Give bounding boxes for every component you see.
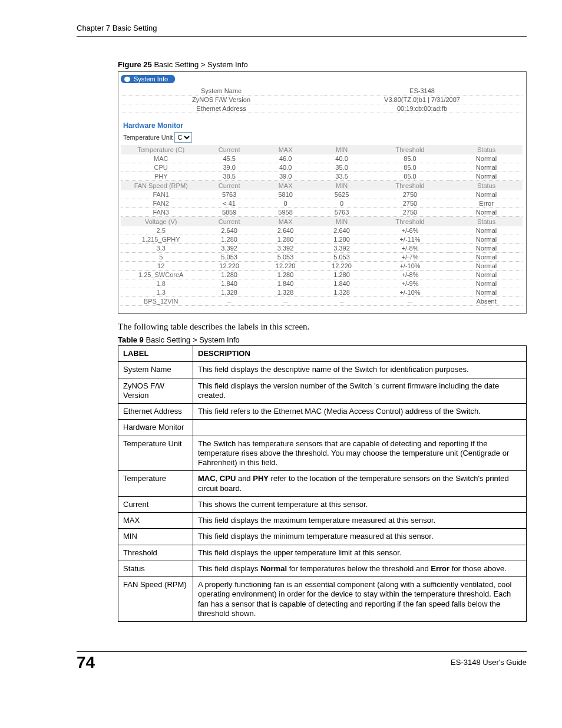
- desc-row: CurrentThis shows the current temperatur…: [118, 496, 527, 512]
- fan-max: 5810: [257, 190, 313, 199]
- fan-col-threshold: Threshold: [370, 181, 450, 191]
- volt-name: 2.5: [121, 226, 201, 235]
- volt-name: 1.25_SWCoreA: [121, 271, 201, 279]
- hardware-monitor-title: Hardware Monitor: [123, 121, 523, 130]
- volt-row: 1.215_GPHY1.2801.2801.280+/-11%Normal: [121, 235, 523, 244]
- desc-text: This field displays the descriptive name…: [193, 362, 527, 378]
- temp-row: PHY38.539.033.585.0Normal: [121, 172, 523, 181]
- desc-text: This field displays the minimum temperat…: [193, 529, 527, 545]
- desc-label: System Name: [118, 362, 193, 378]
- volt-status: Normal: [450, 244, 523, 253]
- volt-status: Normal: [450, 226, 523, 235]
- desc-text: A properly functioning fan is an essenti…: [193, 577, 527, 622]
- page-number: 74: [77, 653, 95, 672]
- volt-name: 12: [121, 262, 201, 271]
- figure-title: Basic Setting > System Info: [152, 60, 248, 69]
- intro-text: The following table describes the labels…: [118, 322, 527, 332]
- volt-threshold: +/-10%: [370, 262, 450, 271]
- volt-current: 5.053: [201, 253, 257, 262]
- temp-col-name: Temperature (C): [121, 145, 201, 154]
- volt-status: Normal: [450, 288, 523, 297]
- volt-current: --: [201, 297, 257, 306]
- volt-max: 1.280: [257, 235, 313, 244]
- volt-threshold: +/-8%: [370, 271, 450, 279]
- fan-status: Normal: [450, 190, 523, 199]
- desc-row: System NameThis field displays the descr…: [118, 362, 527, 378]
- temp-col-max: MAX: [257, 145, 313, 154]
- fan-current: 5763: [201, 190, 257, 199]
- volt-min: 5.053: [313, 253, 369, 262]
- system-info-table: System NameES-3148ZyNOS F/W VersionV3.80…: [121, 87, 523, 113]
- volt-col-max: MAX: [257, 217, 313, 227]
- fan-name: FAN2: [121, 199, 201, 208]
- sysinfo-value: 00:19:cb:00:ad:fb: [322, 104, 523, 113]
- temp-status: Normal: [450, 154, 523, 163]
- page-footer: 74 ES-3148 User's Guide: [77, 651, 527, 678]
- temp-name: MAC: [121, 154, 201, 163]
- temp-min: 33.5: [313, 172, 369, 181]
- tab-system-info[interactable]: System Info: [121, 75, 175, 83]
- desc-text: This shows the current temperature at th…: [193, 496, 527, 512]
- fan-max: 0: [257, 199, 313, 208]
- desc-text: This field displays Normal for temperatu…: [193, 561, 527, 577]
- chapter-heading: Chapter 7 Basic Setting: [77, 24, 527, 37]
- volt-current: 2.640: [201, 226, 257, 235]
- volt-current: 1.840: [201, 279, 257, 288]
- volt-max: 3.392: [257, 244, 313, 253]
- figure-caption: Figure 25 Basic Setting > System Info: [118, 60, 527, 69]
- desc-label: Temperature Unit: [118, 436, 193, 471]
- fan-min: 5763: [313, 208, 369, 217]
- figure-number: Figure 25: [118, 60, 152, 69]
- temperature-unit-label: Temperature Unit: [123, 134, 173, 141]
- volt-max: 5.053: [257, 253, 313, 262]
- fan-row: FAN2< 41002750Error: [121, 199, 523, 208]
- volt-col-status: Status: [450, 217, 523, 227]
- table-title: Basic Setting > System Info: [144, 335, 240, 344]
- volt-current: 1.328: [201, 288, 257, 297]
- tab-dot-icon: [124, 77, 130, 82]
- volt-name: 1.8: [121, 279, 201, 288]
- temp-max: 46.0: [257, 154, 313, 163]
- volt-current: 1.280: [201, 271, 257, 279]
- fan-col-status: Status: [450, 181, 523, 191]
- fan-threshold: 2750: [370, 208, 450, 217]
- temp-col-threshold: Threshold: [370, 145, 450, 154]
- system-info-screenshot: System Info System NameES-3148ZyNOS F/W …: [118, 71, 527, 314]
- volt-threshold: +/-7%: [370, 253, 450, 262]
- temp-status: Normal: [450, 172, 523, 181]
- volt-status: Absent: [450, 297, 523, 306]
- desc-label: Status: [118, 561, 193, 577]
- fan-col-current: Current: [201, 181, 257, 191]
- desc-text: MAC, CPU and PHY refer to the location o…: [193, 471, 527, 497]
- desc-row: ZyNOS F/W VersionThis field displays the…: [118, 378, 527, 404]
- temp-col-min: MIN: [313, 145, 369, 154]
- desc-text: This field refers to the Ethernet MAC (M…: [193, 404, 527, 420]
- desc-label: Hardware Monitor: [118, 420, 193, 436]
- volt-row: 1.81.8401.8401.840+/-9%Normal: [121, 279, 523, 288]
- volt-min: 12.220: [313, 262, 369, 271]
- fan-name: FAN1: [121, 190, 201, 199]
- temp-row: CPU39.040.035.085.0Normal: [121, 163, 523, 172]
- fan-min: 5625: [313, 190, 369, 199]
- volt-current: 12.220: [201, 262, 257, 271]
- volt-name: BPS_12VIN: [121, 297, 201, 306]
- desc-label: Threshold: [118, 545, 193, 561]
- desc-header-label: LABEL: [118, 346, 193, 362]
- desc-row: MAXThis field displays the maximum tempe…: [118, 513, 527, 529]
- fan-col-name: FAN Speed (RPM): [121, 181, 201, 191]
- sysinfo-label: Ethernet Address: [121, 104, 322, 113]
- temp-max: 39.0: [257, 172, 313, 181]
- desc-label: Current: [118, 496, 193, 512]
- desc-row: ThresholdThis field displays the upper t…: [118, 545, 527, 561]
- temp-row: MAC45.546.040.085.0Normal: [121, 154, 523, 163]
- temp-min: 40.0: [313, 154, 369, 163]
- desc-row: Ethernet AddressThis field refers to the…: [118, 404, 527, 420]
- temperature-unit-select[interactable]: C: [174, 132, 192, 143]
- volt-status: Normal: [450, 262, 523, 271]
- volt-col-name: Voltage (V): [121, 217, 201, 227]
- fan-col-max: MAX: [257, 181, 313, 191]
- volt-threshold: +/-11%: [370, 235, 450, 244]
- sysinfo-value: ES-3148: [322, 87, 523, 95]
- volt-max: 12.220: [257, 262, 313, 271]
- volt-min: 1.328: [313, 288, 369, 297]
